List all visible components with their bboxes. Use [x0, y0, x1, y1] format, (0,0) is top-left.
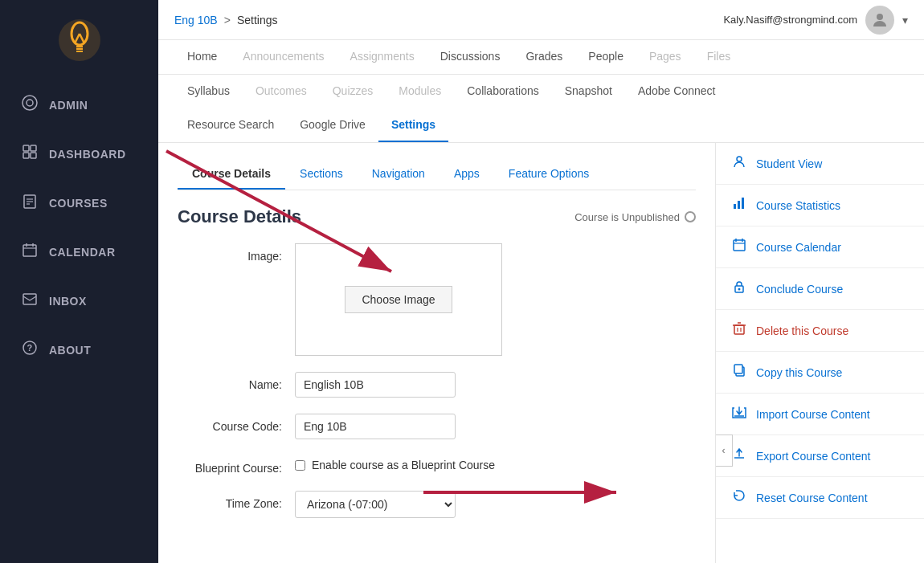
sidebar-label-inbox: INBOX — [49, 295, 87, 308]
sidebar-label-courses: COURSES — [49, 197, 108, 210]
unpublished-text: Course is Unpublished — [574, 211, 680, 223]
tab-resource-search[interactable]: Resource Search — [174, 108, 287, 142]
sidebar-item-about[interactable]: ? ABOUT — [0, 325, 158, 374]
content-area: Course Details Sections Navigation Apps … — [158, 143, 924, 563]
tab-files[interactable]: Files — [694, 40, 744, 74]
delete-course-label: Delete this Course — [756, 324, 848, 337]
header-right: Kaly.Nasiff@strongmind.com ▾ — [723, 6, 908, 35]
blueprint-checkbox[interactable] — [295, 460, 305, 471]
breadcrumb-link[interactable]: Eng 10B — [174, 14, 218, 27]
courses-icon — [22, 193, 38, 213]
course-calendar-icon — [732, 238, 746, 256]
svg-point-0 — [59, 19, 100, 61]
svg-point-25 — [737, 157, 742, 161]
conclude-course-item[interactable]: Conclude Course — [716, 268, 924, 310]
tab-announcements[interactable]: Announcements — [230, 40, 337, 74]
tab-snapshot[interactable]: Snapshot — [552, 75, 625, 108]
nav-tabs-row3: Resource Search Google Drive Settings — [158, 108, 924, 143]
nav-tabs-row2-list: Syllabus Outcomes Quizzes Modules Collab… — [174, 75, 908, 108]
reset-content-label: Reset Course Content — [756, 492, 868, 504]
subtab-apps[interactable]: Apps — [440, 159, 494, 190]
header: Eng 10B > Settings Kaly.Nasiff@strongmin… — [158, 0, 924, 40]
tab-home[interactable]: Home — [174, 40, 230, 74]
dropdown-arrow-icon[interactable]: ▾ — [902, 14, 908, 27]
nav-tabs-row1: Home Announcements Assignments Discussio… — [158, 40, 924, 75]
reset-content-item[interactable]: Reset Course Content — [716, 477, 924, 519]
svg-point-24 — [877, 14, 883, 20]
image-label: Image: — [178, 243, 282, 263]
course-statistics-label: Course Statistics — [756, 199, 840, 212]
sidebar-item-inbox[interactable]: INBOX — [0, 276, 158, 325]
course-calendar-item[interactable]: Course Calendar — [716, 226, 924, 268]
sidebar-nav: ADMIN DASHBOARD — [0, 80, 158, 374]
app-logo — [55, 16, 104, 64]
sidebar-item-dashboard[interactable]: DASHBOARD — [0, 129, 158, 178]
tab-grades[interactable]: Grades — [513, 40, 575, 74]
delete-course-item[interactable]: Delete this Course — [716, 310, 924, 352]
admin-icon — [22, 95, 38, 115]
subtab-sections[interactable]: Sections — [285, 159, 358, 190]
blueprint-label: Blueprint Course: — [178, 455, 282, 475]
about-icon: ? — [22, 340, 38, 360]
export-content-item[interactable]: Export Course Content — [716, 435, 924, 477]
image-control: Choose Image — [295, 243, 696, 356]
tab-discussions[interactable]: Discussions — [427, 40, 513, 74]
tab-settings[interactable]: Settings — [378, 108, 448, 142]
name-control — [295, 372, 696, 398]
subtab-navigation[interactable]: Navigation — [358, 159, 440, 190]
course-statistics-item[interactable]: Course Statistics — [716, 185, 924, 226]
copy-course-label: Copy this Course — [756, 366, 842, 379]
student-view-item[interactable]: Student View — [716, 143, 924, 185]
right-panel: Student View Course Statistics — [715, 143, 924, 563]
sidebar-label-dashboard: DASHBOARD — [49, 148, 126, 161]
blueprint-control: Enable course as a Blueprint Course — [295, 455, 696, 471]
svg-rect-27 — [738, 201, 740, 209]
name-input[interactable] — [295, 372, 456, 398]
sidebar-label-about: ABOUT — [49, 344, 91, 357]
svg-rect-35 — [734, 325, 744, 334]
breadcrumb: Eng 10B > Settings — [174, 14, 278, 27]
sidebar-item-admin[interactable]: ADMIN — [0, 80, 158, 129]
inbox-icon — [22, 291, 38, 311]
collapse-panel-button[interactable]: ‹ — [715, 434, 733, 467]
export-content-icon — [732, 447, 746, 465]
timezone-select[interactable]: Arizona (-07:00) — [295, 491, 456, 518]
svg-point-34 — [738, 288, 741, 291]
svg-rect-26 — [734, 204, 736, 209]
svg-rect-41 — [734, 365, 742, 373]
form-row-timezone: Time Zone: Arizona (-07:00) — [178, 491, 696, 518]
tab-collaborations[interactable]: Collaborations — [454, 75, 552, 108]
reset-content-icon — [732, 488, 746, 507]
svg-rect-9 — [23, 145, 29, 151]
sub-tabs: Course Details Sections Navigation Apps … — [178, 159, 696, 190]
tab-quizzes[interactable]: Quizzes — [320, 75, 386, 108]
course-code-control — [295, 414, 696, 439]
form-row-blueprint: Blueprint Course: Enable course as a Blu… — [178, 455, 696, 475]
subtab-course-details[interactable]: Course Details — [178, 159, 285, 190]
tab-syllabus[interactable]: Syllabus — [174, 75, 243, 108]
tab-assignments[interactable]: Assignments — [337, 40, 427, 74]
form-row-course-code: Course Code: — [178, 414, 696, 439]
timezone-label: Time Zone: — [178, 491, 282, 510]
course-details-header: Course Details Course is Unpublished — [178, 206, 696, 227]
image-box: Choose Image — [295, 243, 502, 356]
sidebar-item-calendar[interactable]: CALENDAR — [0, 227, 158, 276]
tab-adobe-connect[interactable]: Adobe Connect — [625, 75, 729, 108]
copy-course-icon — [732, 363, 746, 381]
course-code-input[interactable] — [295, 414, 456, 439]
blueprint-checkbox-label[interactable]: Enable course as a Blueprint Course — [295, 455, 696, 471]
student-view-icon — [732, 154, 746, 173]
breadcrumb-current: Settings — [237, 14, 278, 27]
tab-pages[interactable]: Pages — [636, 40, 694, 74]
sidebar-item-courses[interactable]: COURSES — [0, 178, 158, 227]
course-details-panel: Course Details Sections Navigation Apps … — [158, 143, 715, 563]
tab-people[interactable]: People — [575, 40, 636, 74]
user-email: Kaly.Nasiff@strongmind.com — [723, 14, 857, 26]
choose-image-button[interactable]: Choose Image — [345, 286, 452, 313]
tab-outcomes[interactable]: Outcomes — [243, 75, 320, 108]
import-content-item[interactable]: Import Course Content — [716, 394, 924, 435]
subtab-feature-options[interactable]: Feature Options — [494, 159, 603, 190]
tab-google-drive[interactable]: Google Drive — [287, 108, 378, 142]
copy-course-item[interactable]: Copy this Course — [716, 352, 924, 394]
tab-modules[interactable]: Modules — [386, 75, 454, 108]
